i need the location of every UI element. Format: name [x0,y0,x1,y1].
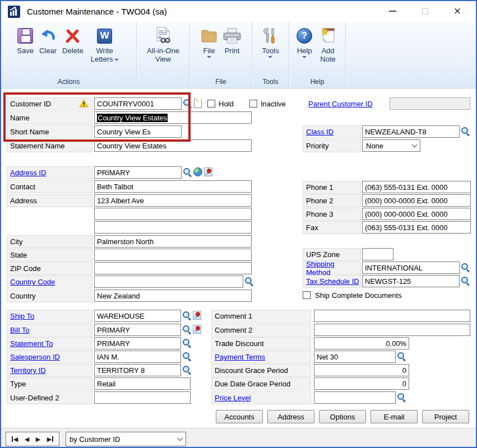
first-record-button[interactable]: ◀ [12,436,18,443]
payment-terms-lookup-icon[interactable] [397,352,406,361]
write-letters-label: Write Letters [91,46,113,63]
internet-addresses-icon[interactable] [193,167,202,176]
add-note-button[interactable]: Add Note [315,25,341,64]
statement-to-field[interactable]: PRIMARY [94,337,181,349]
tax-schedule-id-label[interactable]: Tax Schedule ID [303,275,361,288]
bill-to-field[interactable]: PRIMARY [94,324,181,336]
all-in-one-view-button[interactable]: All-in-One View [140,25,187,64]
country-code-label[interactable]: Country Code [7,276,92,288]
delete-button[interactable]: Delete [59,25,86,56]
sort-by-dropdown[interactable]: by Customer ID [66,432,186,446]
ship-to-label[interactable]: Ship To [7,310,92,323]
territory-id-field[interactable]: TERRITORY 8 [94,364,181,376]
city-field[interactable]: Palmerston North [94,235,252,248]
price-level-field[interactable] [314,391,396,404]
contact-field[interactable]: Beth Talbot [94,180,252,193]
shipping-method-lookup-icon[interactable] [461,263,470,272]
city-label: City [7,235,92,248]
tools-label: Tools [262,46,279,55]
clear-button[interactable]: Clear [36,25,59,56]
options-button[interactable]: Options [319,410,366,423]
territory-id-lookup-icon[interactable] [182,365,192,375]
last-record-button[interactable]: ▶ [47,436,53,443]
comment2-field[interactable] [314,324,470,336]
type-field[interactable]: Retail [94,377,191,390]
all-in-one-view-label: All-in-One View [142,46,184,63]
payment-terms-field[interactable]: Net 30 [314,351,396,363]
salesperson-id-label[interactable]: Salesperson ID [7,351,92,363]
print-button[interactable]: Print [220,25,244,56]
payment-terms-label[interactable]: Payment Terms [211,351,311,363]
phone1-field[interactable]: (063) 555-0131 Ext. 0000 [362,181,471,193]
ship-to-lookup-icon[interactable] [182,311,192,320]
shipping-method-field[interactable]: INTERNATIONAL [362,262,460,274]
phone2-field[interactable]: (000) 000-0000 Ext. 0000 [362,194,471,207]
address-line3-field[interactable] [94,221,252,234]
name-field[interactable]: Country View Estates [94,111,252,124]
save-button[interactable]: Save [14,25,36,56]
ship-to-field[interactable]: WAREHOUSE [94,310,181,322]
price-level-lookup-icon[interactable] [397,393,406,402]
accounts-button[interactable]: Accounts [216,410,263,423]
customer-id-field[interactable]: COUNTRYV0001 [94,97,182,110]
due-date-grace-period-field[interactable]: 0 [314,377,409,390]
ship-complete-documents-checkbox[interactable] [303,291,311,299]
address-line1-field[interactable]: 123 Albert Ave [94,194,252,207]
class-id-field[interactable]: NEWZEALAND-T8 [362,125,460,138]
country-code-field[interactable] [94,276,243,288]
ship-to-letter-icon[interactable] [193,311,201,320]
address-id-lookup-icon[interactable] [183,167,192,177]
salesperson-id-lookup-icon[interactable] [182,352,192,361]
salesperson-id-field[interactable]: IAN M. [94,351,181,363]
ups-zone-field[interactable] [362,248,393,260]
project-button[interactable]: Project [422,410,469,423]
country-field[interactable]: New Zealand [94,290,252,302]
phone3-field[interactable]: (000) 000-0000 Ext. 0000 [362,208,471,220]
address-line2-field[interactable] [94,208,252,220]
help-button[interactable]: Help [294,25,315,59]
territory-id-label[interactable]: Territory ID [7,364,92,377]
tax-schedule-id-lookup-icon[interactable] [461,276,470,286]
email-button[interactable]: E-mail [371,410,418,423]
hold-checkbox[interactable] [207,100,215,108]
parent-customer-id-field [390,97,470,110]
parent-customer-id-label[interactable]: Parent Customer ID [305,97,386,110]
inactive-checkbox[interactable] [249,100,257,108]
customer-id-note-icon[interactable] [194,99,202,108]
shipping-method-label[interactable]: Shipping Method [303,262,361,274]
file-button[interactable]: File [198,25,220,59]
address-id-field[interactable]: PRIMARY [94,166,182,179]
close-button[interactable]: × [446,1,469,21]
previous-record-button[interactable]: ◀ [25,436,29,443]
maximize-button[interactable] [414,1,436,21]
bill-to-letter-icon[interactable] [193,325,201,334]
short-name-field[interactable]: Country View Es [94,125,182,138]
comment1-field[interactable] [314,310,470,322]
address-id-label[interactable]: Address ID [7,166,92,179]
bill-to-lookup-icon[interactable] [182,325,192,334]
price-level-label[interactable]: Price Level [211,391,311,404]
priority-dropdown[interactable]: None [362,139,420,152]
bill-to-label[interactable]: Bill To [7,324,92,337]
tax-schedule-id-field[interactable]: NEWGST-125 [362,275,460,287]
minimize-button[interactable] [381,1,404,21]
class-id-label[interactable]: Class ID [303,125,361,138]
statement-name-field[interactable]: Country View Estates [94,139,252,152]
class-id-lookup-icon[interactable] [461,127,470,136]
write-letters-button[interactable]: Write Letters [86,25,123,64]
state-field[interactable] [94,249,252,261]
tools-button[interactable]: Tools [259,25,281,59]
statement-to-lookup-icon[interactable] [182,338,192,348]
fax-field[interactable]: (063) 555-0131 Ext. 0000 [362,221,471,234]
user-defined-2-field[interactable] [94,391,191,404]
trade-discount-field[interactable]: 0.00% [314,337,409,349]
discount-grace-period-field[interactable]: 0 [314,364,409,376]
statement-to-label[interactable]: Statement To [7,337,92,350]
address-letter-icon[interactable] [204,167,212,176]
customer-id-lookup-icon[interactable] [183,99,192,108]
address-button[interactable]: Address [267,410,314,423]
zip-code-field[interactable] [94,262,252,274]
country-code-lookup-icon[interactable] [244,277,254,286]
linked-document-icon [155,26,172,45]
next-record-button[interactable]: ▶ [36,436,40,443]
